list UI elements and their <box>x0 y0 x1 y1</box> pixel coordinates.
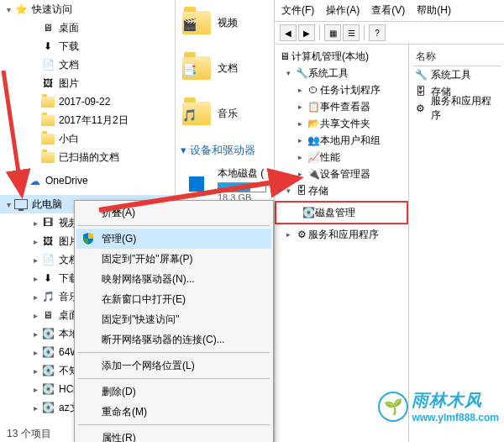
services-row[interactable]: ▸ ⚙ 服务和应用程序 <box>275 226 408 243</box>
download-icon: ⬇ <box>40 271 55 286</box>
onedrive-row[interactable]: ▸ ☁ OneDrive <box>0 171 175 190</box>
mgmt-tree-item[interactable]: ▸📋事件查看器 <box>275 98 408 115</box>
context-menu-item[interactable]: 属性(R) <box>76 428 271 442</box>
music-icon: 🎵 <box>40 289 55 304</box>
folder-icon <box>40 94 55 109</box>
context-menu-item[interactable]: 在新窗口中打开(E) <box>76 289 271 309</box>
mgmt-tree-item[interactable]: ▸⏲任务计划程序 <box>275 82 408 98</box>
context-menu-item[interactable]: 固定到"快速访问" <box>76 309 271 329</box>
disk-label: 本地磁盘 ( <box>218 166 266 181</box>
forward-button[interactable]: ▶ <box>298 24 315 41</box>
desktop-icon: 🖥 <box>40 308 55 323</box>
sys-tools-row[interactable]: ▾ 🔧 系统工具 <box>275 65 408 82</box>
status-bar: 13 个项目 <box>0 425 58 442</box>
mgmt-tree-item[interactable]: ▸👥本地用户和组 <box>275 132 408 149</box>
tree-node-icon: 📂 <box>307 118 320 129</box>
mgmt-tree-item[interactable]: ▸🔌设备管理器 <box>275 166 408 182</box>
toolbar-btn-2[interactable]: ☰ <box>343 24 360 41</box>
services-icon: ⚙ <box>414 102 428 115</box>
star-icon: ⭐ <box>13 2 29 17</box>
tree-node-icon: 👥 <box>307 134 320 146</box>
services-icon: ⚙ <box>295 229 308 240</box>
windows-disk-icon <box>181 168 213 200</box>
mgmt-list: 名称 🔧系统工具 🗄存储 ⚙服务和应用程序 <box>409 45 504 442</box>
context-menu-item[interactable]: 管理(G) <box>76 229 271 249</box>
onedrive-label: OneDrive <box>45 175 88 187</box>
context-menu-item[interactable]: 映射网络驱动器(N)... <box>76 269 271 289</box>
disk-mgmt-row[interactable]: 💽 磁盘管理 <box>278 204 405 221</box>
list-item[interactable]: 🔧系统工具 <box>412 66 501 83</box>
toolbar-btn-1[interactable]: ▦ <box>324 24 341 41</box>
watermark-brand: 雨林木风 <box>412 389 499 412</box>
disk-icon: 💽 <box>40 326 55 341</box>
status-text: 13 个项目 <box>7 428 51 439</box>
storage-icon: 🗄 <box>414 85 428 98</box>
menu-help[interactable]: 帮助(H) <box>417 3 451 18</box>
tree-node-icon: 🔌 <box>307 168 320 180</box>
quick-access-row[interactable]: ▾ ⭐ 快速访问 <box>0 0 175 18</box>
folder-icon <box>40 113 55 128</box>
computer-mgmt-icon: 🖥 <box>278 50 291 62</box>
tree-item[interactable]: 🖼图片 <box>0 74 175 92</box>
tree-item[interactable]: 📄文档 <box>0 55 175 74</box>
storage-icon: 🗄 <box>295 185 308 197</box>
menu-file[interactable]: 文件(F) <box>281 3 314 18</box>
folder-item[interactable]: 🎬视频 <box>176 0 274 45</box>
tree-item[interactable]: 2017年11月2日 <box>0 111 175 129</box>
menu-action[interactable]: 操作(A) <box>326 3 360 18</box>
doc-icon: 📄 <box>40 57 55 72</box>
folder-item[interactable]: 📑文档 <box>176 45 274 91</box>
toolbar: ◀ ▶ ▦ ☰ ? <box>275 22 504 45</box>
devices-section-title: ▾ 设备和驱动器 <box>176 136 274 161</box>
tree-item[interactable]: 2017-09-22 <box>0 92 175 111</box>
cm-collapse[interactable]: 折叠(A) <box>76 203 271 223</box>
context-menu-item[interactable]: 添加一个网络位置(L) <box>76 355 271 376</box>
tree-node-icon: ⏲ <box>307 84 320 96</box>
video-icon: 🎞 <box>40 215 55 230</box>
tree-node-icon: 📈 <box>307 151 320 163</box>
pic-icon: 🖼 <box>40 76 55 91</box>
tree-item[interactable]: ⬇下载 <box>0 37 175 55</box>
tools-icon: 🔧 <box>414 68 428 82</box>
storage-row[interactable]: ▾ 🗄 存储 <box>275 182 408 199</box>
mgmt-tree-item[interactable]: ▸📂共享文件夹 <box>275 115 408 132</box>
back-button[interactable]: ◀ <box>280 24 297 41</box>
context-menu-item[interactable]: 重命名(M) <box>76 402 271 422</box>
disk-usage-bar <box>218 182 266 192</box>
folder-icon: 🎬 <box>181 7 213 39</box>
mgmt-tree-item[interactable]: ▸📈性能 <box>275 149 408 166</box>
context-menu-item[interactable]: 断开网络驱动器的连接(C)... <box>76 329 271 350</box>
disk-mgmt-highlight: 💽 磁盘管理 <box>275 201 408 224</box>
menubar: 文件(F) 操作(A) 查看(V) 帮助(H) <box>275 0 504 22</box>
mgmt-tree: 🖥 计算机管理(本地) ▾ 🔧 系统工具 ▸⏲任务计划程序▸📋事件查看器▸📂共享… <box>275 45 409 442</box>
cloud-icon: ☁ <box>27 173 42 188</box>
disk-icon: 💽 <box>40 400 55 415</box>
this-pc-label: 此电脑 <box>32 197 62 212</box>
download-icon: ⬇ <box>40 39 55 54</box>
help-button[interactable]: ? <box>369 24 386 41</box>
tools-icon: 🔧 <box>295 67 308 79</box>
watermark-logo-icon: 🌱 <box>378 392 408 422</box>
mgmt-root[interactable]: 🖥 计算机管理(本地) <box>275 48 408 65</box>
tree-item[interactable]: 已扫描的文档 <box>0 148 175 166</box>
context-menu-item[interactable]: 删除(D) <box>76 381 271 402</box>
pic-icon: 🖼 <box>40 234 55 249</box>
mgmt-console: 文件(F) 操作(A) 查看(V) 帮助(H) ◀ ▶ ▦ ☰ ? 🖥 计算机管… <box>274 0 504 442</box>
folder-icon: 🎵 <box>181 97 213 129</box>
list-header-name[interactable]: 名称 <box>412 48 501 66</box>
folder-item[interactable]: 🎵音乐 <box>176 91 274 136</box>
tree-node-icon: 📋 <box>307 101 320 113</box>
watermark-url: www.ylmf888.com <box>412 412 499 424</box>
menu-view[interactable]: 查看(V) <box>371 3 405 18</box>
list-item[interactable]: ⚙服务和应用程序 <box>412 100 501 117</box>
folder-icon <box>40 150 55 165</box>
desktop-icon: 🖥 <box>40 20 55 35</box>
tree-item[interactable]: 小白 <box>0 129 175 148</box>
shield-icon <box>81 232 95 245</box>
tree-item[interactable]: 🖥桌面 <box>0 18 175 37</box>
watermark: 🌱 雨林木风 www.ylmf888.com <box>378 389 499 424</box>
folder-icon: 📑 <box>181 52 213 84</box>
pc-icon <box>13 197 29 212</box>
folder-icon <box>40 131 55 146</box>
context-menu-item[interactable]: 固定到"开始"屏幕(P) <box>76 249 271 269</box>
